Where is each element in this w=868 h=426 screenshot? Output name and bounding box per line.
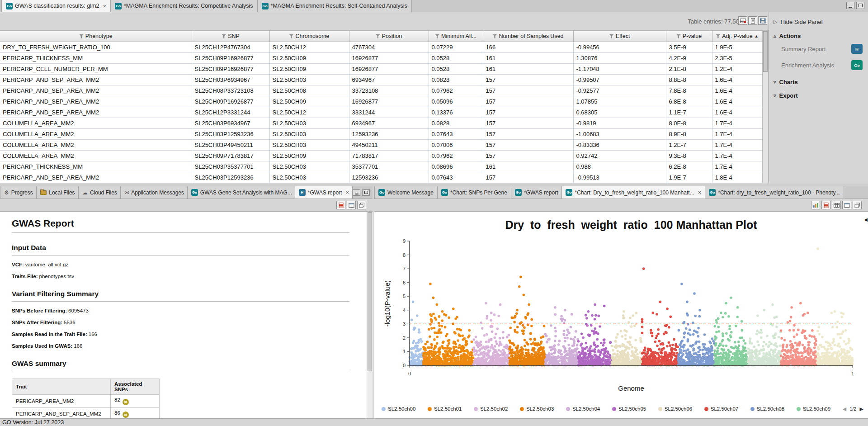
column-header-p-value[interactable]: P-value xyxy=(666,31,712,42)
action-enrichment-analysis[interactable]: Enrichment AnalysisGe xyxy=(769,57,868,73)
legend-item-sl2-50ch00[interactable]: SL2.50ch00 xyxy=(382,406,415,412)
chart-tab-welcome-message[interactable]: GoWelcome Message xyxy=(374,186,438,199)
export-pdf-icon[interactable] xyxy=(336,201,345,209)
filter-icon[interactable] xyxy=(492,34,497,38)
report-tab-gwas-gene-set-analysis-with-mag[interactable]: GoGWAS Gene Set Analysis with MAG... xyxy=(188,186,295,199)
column-header-effect[interactable]: Effect xyxy=(573,31,666,42)
legend-item-sl2-50ch08[interactable]: SL2.50ch08 xyxy=(750,406,784,412)
table-icon[interactable] xyxy=(832,201,841,209)
column-header-snp[interactable]: SNP xyxy=(192,31,269,42)
report-icon[interactable] xyxy=(748,16,757,25)
chart-icon[interactable] xyxy=(811,201,820,209)
filter-icon[interactable] xyxy=(435,34,439,38)
legend-item-sl2-50ch07[interactable]: SL2.50ch07 xyxy=(704,406,738,412)
report-scrollbar[interactable] xyxy=(367,212,373,418)
legend-dot-icon xyxy=(658,407,662,411)
column-header-position[interactable]: Position xyxy=(349,31,429,42)
filter-icon[interactable] xyxy=(376,34,380,38)
legend-item-sl2-50ch09[interactable]: SL2.50ch09 xyxy=(797,406,830,412)
section-actions[interactable]: ▵Actions xyxy=(769,27,868,41)
report-tab-progress[interactable]: ⚙Progress xyxy=(0,186,37,199)
table-row[interactable]: PERICARP_THICKNESS_MMSL25CH09P16926877SL… xyxy=(0,53,762,64)
column-header-chromosome[interactable]: Chromosome xyxy=(269,31,349,42)
document-tab-magma-enrichment-results-competitive-analysis[interactable]: Go*MAGMA Enrichment Results: Competitive… xyxy=(111,0,258,12)
minimize-panel-button[interactable] xyxy=(353,189,360,196)
table-scrollbar[interactable] xyxy=(762,30,769,183)
table-row[interactable]: COLUMELLA_AREA_MM2SL25CH03P49450211SL2.5… xyxy=(0,140,762,151)
column-header-number-of-samples-used[interactable]: Number of Samples Used xyxy=(483,31,573,42)
maximize-view-icon[interactable] xyxy=(357,201,366,209)
report-tab-application-messages[interactable]: ✉Application Messages xyxy=(121,186,188,199)
column-header-adj-p-value[interactable]: Adj. P-value▲ xyxy=(712,31,762,42)
report-tab-local-files[interactable]: Local Files xyxy=(37,186,79,199)
table-edit-icon[interactable] xyxy=(738,16,747,25)
maximize-panel-button[interactable] xyxy=(362,189,370,196)
maximize-window-button[interactable] xyxy=(856,2,864,9)
table-cell: 157 xyxy=(483,140,573,151)
app-h-icon[interactable]: H xyxy=(851,44,863,54)
action-summary-report[interactable]: Summary ReportH xyxy=(769,41,868,57)
chart-tab-chart-dry-to-fresh-weight-ratio-100-manhatt[interactable]: Go*Chart: Dry_to_fresh_weight_ratio_100 … xyxy=(562,186,705,199)
open-window-icon[interactable] xyxy=(842,201,851,209)
document-tab-gwas-classification-results-glm2[interactable]: GoGWAS classification results: glm2× xyxy=(1,0,111,12)
legend-item-sl2-50ch01[interactable]: SL2.50ch01 xyxy=(428,406,462,412)
report-tab-cloud-files[interactable]: ☁Cloud Files xyxy=(79,186,121,199)
chart-tab-chart-snps-per-gene[interactable]: Go*Chart: SNPs Per Gene xyxy=(438,186,511,199)
table-cell: 2.1E-8 xyxy=(666,64,712,75)
table-row[interactable]: DRY_TO_FRESH_WEIGHT_RATIO_100SL25CH12P47… xyxy=(0,42,762,53)
table-row[interactable]: COLUMELLA_AREA_MM2SL25CH03P6934967SL2.50… xyxy=(0,118,762,129)
legend-prev-page-icon[interactable]: ◀ xyxy=(843,406,846,412)
legend-label: SL2.50ch09 xyxy=(803,406,830,412)
open-window-icon[interactable] xyxy=(347,201,356,209)
collapse-chart-sidebar-icon[interactable]: ◀ xyxy=(864,217,868,222)
document-tab-magma-enrichment-results-self-contained-analysis[interactable]: Go*MAGMA Enrichment Results: Self-Contai… xyxy=(258,0,412,12)
scrollbar-thumb[interactable] xyxy=(368,212,372,371)
scrollbar-thumb[interactable] xyxy=(763,31,768,72)
chart-tab-gwas-report[interactable]: Go*GWAS report xyxy=(511,186,562,199)
legend-next-page-icon[interactable]: ▶ xyxy=(859,406,863,412)
hide-side-panel-button[interactable]: ▷ Hide Side Panel xyxy=(769,12,868,27)
table-row[interactable]: PERICARP_AND_SEP_AREA_MM2SL25CH03P693496… xyxy=(0,75,762,85)
column-header-minimum-all[interactable]: Minimum All... xyxy=(429,31,483,42)
legend-item-sl2-50ch06[interactable]: SL2.50ch06 xyxy=(658,406,692,412)
app-ge-icon[interactable]: Ge xyxy=(851,60,863,70)
table-row[interactable]: PERICARP_THICKNESS_MMSL25CH03P35377701SL… xyxy=(0,161,762,172)
table-row[interactable]: PERICARP_AND_SEP_AREA_MM2SL25CH12P333124… xyxy=(0,107,762,118)
minimize-window-button[interactable] xyxy=(846,2,854,9)
table-cell: 1.9E-5 xyxy=(712,42,762,53)
id-badge-icon[interactable]: id xyxy=(123,399,129,405)
chart-tab-chart-dry-to-fresh-weight-ratio-100-phenoty[interactable]: Go*Chart: dry_to_fresh_weight_ratio_100 … xyxy=(705,186,844,199)
svg-text:5: 5 xyxy=(403,293,406,299)
gear-icon: ⚙ xyxy=(4,190,9,195)
legend-item-sl2-50ch05[interactable]: SL2.50ch05 xyxy=(612,406,646,412)
legend-item-sl2-50ch02[interactable]: SL2.50ch02 xyxy=(474,406,508,412)
save-icon[interactable] xyxy=(758,16,767,25)
close-icon[interactable]: × xyxy=(698,189,702,196)
export-pdf-icon[interactable] xyxy=(821,201,830,209)
filter-icon[interactable] xyxy=(289,34,293,38)
table-row[interactable]: COLUMELLA_AREA_MM2SL25CH09P71783817SL2.5… xyxy=(0,151,762,161)
filter-icon[interactable] xyxy=(79,34,84,38)
filter-icon[interactable] xyxy=(222,34,226,38)
table-row[interactable]: PERICARP_AND_SEP_AREA_MM2SL25CH03P125932… xyxy=(0,172,762,183)
maximize-view-icon[interactable] xyxy=(853,201,862,209)
legend-item-sl2-50ch04[interactable]: SL2.50ch04 xyxy=(566,406,600,412)
table-row[interactable]: PERICARP_AND_SEP_AREA_MM2SL25CH09P169268… xyxy=(0,96,762,107)
filter-icon[interactable] xyxy=(609,34,614,38)
table-row[interactable]: PERICARP_CELL_NUMBER_PER_MMSL25CH09P1692… xyxy=(0,64,762,75)
report-tab-gwas-report[interactable]: H*GWAS report× xyxy=(295,186,353,199)
table-row[interactable]: COLUMELLA_AREA_MM2SL25CH03P12593236SL2.5… xyxy=(0,129,762,140)
legend-label: SL2.50ch06 xyxy=(665,406,692,412)
close-icon[interactable]: × xyxy=(345,189,349,196)
section-charts[interactable]: ▿Charts xyxy=(769,73,868,87)
legend-item-sl2-50ch03[interactable]: SL2.50ch03 xyxy=(520,406,554,412)
column-header-phenotype[interactable]: Phenotype xyxy=(0,31,192,42)
close-icon[interactable]: × xyxy=(103,3,106,9)
app-go-icon: Go xyxy=(709,189,716,196)
table-row[interactable]: PERICARP_AND_SEP_AREA_MM2SL25CH08P337231… xyxy=(0,85,762,96)
filter-icon[interactable] xyxy=(716,34,720,38)
section-export[interactable]: ▿Export xyxy=(769,87,868,100)
filter-icon[interactable] xyxy=(676,34,681,38)
id-badge-icon[interactable]: id xyxy=(123,412,129,418)
trait-cell: PERICARP_AND_SEP_AREA_MM2 xyxy=(12,407,111,418)
